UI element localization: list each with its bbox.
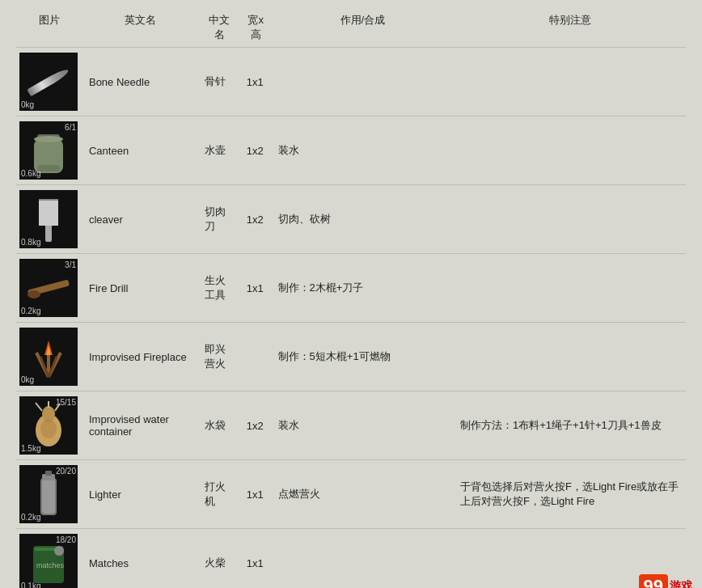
item-chinese-name: 生火工具 — [198, 254, 239, 323]
item-size: 1x1 — [240, 529, 272, 589]
item-chinese-name: 切肉刀 — [198, 185, 239, 254]
table-row: 0kg Improvised Fireplace即兴营火制作：5短木棍+1可燃物 — [16, 323, 686, 391]
table-header: 图片 英文名 中文名 宽x高 作用/合成 特别注意 — [16, 8, 686, 48]
svg-point-2 — [34, 136, 63, 142]
header-note: 特别注意 — [454, 8, 686, 48]
svg-point-8 — [27, 290, 40, 298]
item-note — [454, 185, 686, 254]
items-table: 图片 英文名 中文名 宽x高 作用/合成 特别注意 0kgBone Needle… — [16, 8, 686, 588]
item-image-cell: 18/200.1kg matches — [16, 529, 82, 589]
table-row: 20/200.2kg Lighter打火机1x1点燃营火于背包选择后对营火按F，… — [16, 460, 686, 529]
item-use: 装水 — [272, 116, 454, 185]
table-row: 15/151.5kg Improvised water container水袋1… — [16, 391, 686, 460]
item-image-cell: 0kg — [16, 48, 82, 116]
item-english-name: Matches — [82, 529, 198, 589]
svg-marker-5 — [39, 200, 58, 226]
table-row: 3/10.2kg Fire Drill生火工具1x1制作：2木棍+刀子 — [16, 254, 686, 323]
item-use: 制作：2木棍+刀子 — [272, 254, 454, 323]
item-size: 1x2 — [240, 116, 272, 185]
logo-text: 游戏 — [670, 579, 692, 588]
item-english-name: Improvised Fireplace — [82, 323, 198, 391]
item-chinese-name: 即兴营火 — [198, 323, 239, 391]
svg-line-18 — [36, 403, 42, 411]
svg-rect-4 — [45, 224, 52, 242]
item-chinese-name: 骨针 — [198, 48, 239, 116]
header-use: 作用/合成 — [272, 8, 454, 48]
item-english-name: Lighter — [82, 460, 198, 529]
item-size: 1x1 — [240, 48, 272, 116]
item-english-name: Canteen — [82, 116, 198, 185]
logo-area: 99 游戏 — [639, 574, 692, 588]
item-size: 1x2 — [240, 185, 272, 254]
header-english: 英文名 — [82, 8, 198, 48]
header-chinese: 中文名 — [198, 8, 239, 48]
svg-point-21 — [40, 419, 57, 438]
item-english-name: cleaver — [82, 185, 198, 254]
item-use — [272, 48, 454, 116]
item-size: 1x1 — [240, 254, 272, 323]
item-image-cell: 6/10.6kg — [16, 116, 82, 185]
svg-rect-23 — [42, 480, 55, 514]
table-row: 18/200.1kg matches Matches火柴1x1 — [16, 529, 686, 589]
item-use — [272, 529, 454, 589]
table-row: 6/10.6kg Canteen水壶1x2装水 — [16, 116, 686, 185]
table-row: 0.8kg cleaver切肉刀1x2切肉、砍树 — [16, 185, 686, 254]
item-image-cell: 0kg — [16, 323, 82, 391]
item-chinese-name: 水壶 — [198, 116, 239, 185]
item-use: 点燃营火 — [272, 460, 454, 529]
item-use: 装水 — [272, 391, 454, 460]
item-size: 1x2 — [240, 391, 272, 460]
item-chinese-name: 火柴 — [198, 529, 239, 589]
item-note — [454, 323, 686, 391]
item-note — [454, 254, 686, 323]
item-size: 1x1 — [240, 460, 272, 529]
item-image-cell: 20/200.2kg — [16, 460, 82, 529]
svg-point-28 — [54, 546, 64, 556]
item-chinese-name: 水袋 — [198, 391, 239, 460]
item-note: 制作方法：1布料+1绳子+1针+1刀具+1兽皮 — [454, 391, 686, 460]
item-note — [454, 48, 686, 116]
header-size: 宽x高 — [240, 8, 272, 48]
item-note — [454, 116, 686, 185]
svg-text:matches: matches — [36, 561, 65, 569]
item-use: 切肉、砍树 — [272, 185, 454, 254]
main-container: 图片 英文名 中文名 宽x高 作用/合成 特别注意 0kgBone Needle… — [0, 0, 702, 588]
header-image: 图片 — [16, 8, 82, 48]
item-note: 于背包选择后对营火按F，选Light Fire或放在手上后对营火按F，选Ligh… — [454, 460, 686, 529]
item-image-cell: 15/151.5kg — [16, 391, 82, 460]
item-image-cell: 0.8kg — [16, 185, 82, 254]
item-image-cell: 3/10.2kg — [16, 254, 82, 323]
item-english-name: Bone Needle — [82, 48, 198, 116]
item-use: 制作：5短木棍+1可燃物 — [272, 323, 454, 391]
item-english-name: Fire Drill — [82, 254, 198, 323]
svg-rect-25 — [45, 471, 52, 476]
item-size — [240, 323, 272, 391]
table-row: 0kgBone Needle骨针1x1 — [16, 48, 686, 116]
item-english-name: Improvised water container — [82, 391, 198, 460]
item-chinese-name: 打火机 — [198, 460, 239, 529]
logo-number: 99 — [639, 574, 668, 588]
